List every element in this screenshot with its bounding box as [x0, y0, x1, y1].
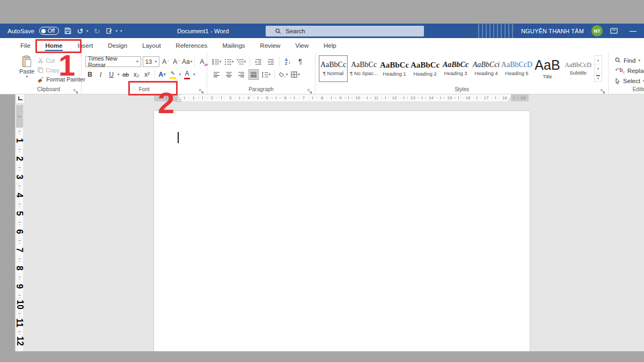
tab-layout[interactable]: Layout	[135, 38, 169, 53]
grow-font-button[interactable]: Aˆ	[161, 57, 170, 67]
bold-button[interactable]: B	[85, 70, 94, 80]
line-spacing-button[interactable]: ▾	[261, 69, 271, 80]
styles-scroll-up-button[interactable]: ▴	[595, 56, 602, 64]
borders-button[interactable]: ▾	[290, 69, 301, 80]
horizontal-ruler[interactable]: 1 12345678910111213141516171819	[154, 94, 529, 101]
select-cursor-icon	[615, 78, 620, 84]
cut-icon	[38, 57, 43, 63]
style-title[interactable]: AaBTitle	[533, 55, 562, 82]
qat-customize-button[interactable]: ▾	[120, 29, 122, 33]
find-button[interactable]: Find ▾	[615, 56, 644, 65]
left-indent-marker[interactable]	[177, 100, 181, 101]
save-icon	[64, 27, 71, 34]
minimize-button[interactable]: —	[625, 27, 641, 35]
clipboard-dialog-launcher[interactable]	[74, 86, 79, 92]
paste-button[interactable]: Paste ▾	[19, 55, 34, 84]
autosave-toggle[interactable]: Off	[39, 27, 59, 35]
replace-button[interactable]: ↶bc Replace	[615, 66, 644, 75]
clear-formatting-button[interactable]: A	[197, 57, 207, 67]
style-heading-3[interactable]: AaBbCcHeading 3	[441, 55, 470, 82]
tab-mailings[interactable]: Mailings	[215, 38, 252, 53]
font-size-dropdown[interactable]: ▾	[155, 60, 157, 64]
ribbon-display-options-button[interactable]	[610, 26, 618, 36]
styles-gallery-more-button[interactable]: ▾	[595, 73, 602, 82]
tab-references[interactable]: References	[169, 38, 215, 53]
document-page[interactable]	[154, 111, 530, 351]
numbering-button[interactable]: ▾	[224, 56, 234, 67]
align-left-button[interactable]	[211, 69, 222, 80]
justify-button[interactable]	[248, 69, 259, 80]
tab-stop-selector[interactable]	[15, 94, 25, 104]
multilevel-list-button[interactable]: ▾	[236, 56, 246, 67]
styles-scroll-down-button[interactable]: ▾	[595, 64, 602, 73]
decrease-indent-button[interactable]	[253, 56, 264, 67]
tab-home[interactable]: Home	[38, 38, 70, 53]
tab-view[interactable]: View	[288, 38, 316, 53]
align-right-button[interactable]	[236, 69, 246, 80]
select-button[interactable]: Select ▾	[615, 76, 644, 85]
paragraph-dialog-launcher[interactable]	[308, 86, 313, 92]
highlight-dropdown[interactable]: ▾	[179, 72, 181, 77]
style-heading-4[interactable]: AaBbCciHeading 4	[472, 55, 501, 82]
cut-button[interactable]: Cut	[38, 56, 85, 65]
align-center-button[interactable]	[224, 69, 234, 80]
font-name-dropdown[interactable]: ▾	[136, 60, 138, 64]
shading-icon	[279, 72, 286, 78]
save-button[interactable]	[64, 26, 71, 36]
bullets-button[interactable]: ▾	[211, 56, 222, 67]
font-color-button[interactable]: A	[182, 70, 192, 80]
stamp-button[interactable]	[106, 26, 113, 36]
font-name-combobox[interactable]: Times New Romar ▾	[85, 56, 141, 67]
indent-markers[interactable]	[176, 94, 181, 101]
first-line-indent-marker[interactable]	[176, 94, 180, 97]
tab-review[interactable]: Review	[253, 38, 288, 53]
divider	[194, 57, 195, 67]
underline-dropdown[interactable]: ▾	[118, 72, 120, 77]
sort-button[interactable]: AZ ↓	[283, 56, 293, 67]
sort-arrow-icon: ↓	[288, 59, 291, 65]
vertical-ruler[interactable]: 1 123456789101112	[16, 105, 23, 351]
search-input[interactable]	[286, 28, 409, 34]
style-heading-5[interactable]: AaBbCcDHeading 5	[502, 55, 531, 82]
account-name[interactable]: NGUYỄN THANH TÂM	[521, 28, 584, 34]
tab-insert[interactable]: Insert	[70, 38, 100, 53]
find-dropdown[interactable]: ▾	[638, 58, 640, 63]
avatar[interactable]: NT	[591, 25, 603, 36]
show-hide-marks-button[interactable]: ¶	[295, 56, 305, 67]
style-normal[interactable]: AaBbCc¶ Normal	[319, 55, 348, 82]
increase-indent-button[interactable]	[266, 56, 276, 67]
styles-gallery-scrollbar: ▴ ▾ ▾	[594, 55, 602, 82]
italic-button[interactable]: I	[96, 70, 105, 80]
text-effects-button[interactable]: A▾	[158, 70, 167, 80]
redo-button[interactable]: ↻	[93, 26, 101, 36]
strikethrough-button[interactable]: ab	[121, 70, 130, 80]
font-dialog-launcher[interactable]	[199, 86, 204, 92]
right-indent-marker[interactable]	[508, 99, 512, 101]
tab-file[interactable]: File	[13, 38, 38, 53]
shading-button[interactable]: ▾	[278, 69, 288, 80]
tab-design[interactable]: Design	[100, 38, 135, 53]
left-edge-strip	[0, 94, 15, 351]
text-highlight-button[interactable]: ✎	[169, 70, 178, 80]
tab-help[interactable]: Help	[316, 38, 344, 53]
format-painter-button[interactable]: Format Painter	[38, 75, 85, 84]
change-case-button[interactable]: Aa▾	[182, 57, 192, 67]
style-heading-2[interactable]: AaBbCcHeading 2	[411, 55, 440, 82]
undo-button[interactable]: ↺	[76, 26, 84, 36]
superscript-button[interactable]: x²	[143, 70, 152, 80]
style-heading-1[interactable]: AaBbCcHeading 1	[380, 55, 409, 82]
style-no-spacing[interactable]: AaBbCc¶ No Spac...	[349, 55, 378, 82]
style-subtitle[interactable]: AaBbCcDSubtitle	[564, 55, 592, 82]
undo-dropdown[interactable]: ▾	[86, 29, 89, 33]
styles-dialog-launcher[interactable]	[601, 86, 606, 92]
copy-button[interactable]: Copy	[38, 66, 85, 75]
font-size-combobox[interactable]: 13 ▾	[143, 56, 159, 67]
subscript-button[interactable]: x₂	[132, 70, 141, 80]
stamp-dropdown[interactable]: ▾	[116, 29, 118, 33]
underline-button[interactable]: U	[107, 70, 116, 80]
paste-dropdown[interactable]: ▾	[26, 75, 28, 79]
shrink-font-button[interactable]: Aˇ	[172, 57, 181, 67]
font-color-dropdown[interactable]: ▾	[193, 72, 195, 77]
search-bar[interactable]	[266, 26, 424, 36]
find-icon	[615, 57, 621, 63]
